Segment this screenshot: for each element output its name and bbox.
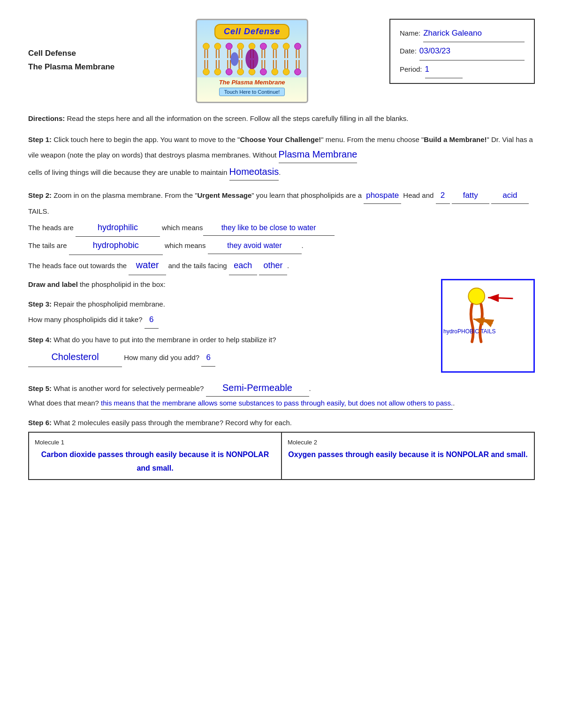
step5-label: Step 5: <box>28 384 52 392</box>
date-label: Date: <box>400 43 417 59</box>
step3-text2: How many phospholipids did it take? <box>28 315 145 323</box>
step2-ans-each: each <box>229 257 257 275</box>
period-label: Period: <box>400 61 422 77</box>
step2-ans-tails-meaning: they avoid water <box>208 238 302 254</box>
step2-text2: " you learn that phospholipids are a <box>251 191 364 199</box>
step6-block: Step 6: What 2 molecules easily pass thr… <box>28 416 535 480</box>
period-value: 1 <box>425 60 463 78</box>
svg-point-57 <box>468 288 485 305</box>
step5-text1: What is another word for selectively per… <box>52 384 205 392</box>
step4-label: Step 4: <box>28 336 52 344</box>
mol1-cell: Molecule 1 Carbon dioxide passes through… <box>29 432 282 480</box>
step6-header: Step 6: What 2 molecules easily pass thr… <box>28 416 535 429</box>
step4-text1: What do you have to put into the membran… <box>52 336 276 344</box>
step5-ans-semi: Semi-Permeable <box>206 379 309 397</box>
directions-block: Directions: Read the steps here and all … <box>28 113 535 125</box>
draw-area: Draw and label the phospholipid in the b… <box>28 277 535 373</box>
molecule-table: Molecule 1 Carbon dioxide passes through… <box>28 432 535 480</box>
svg-point-46 <box>203 68 210 75</box>
step4-block: Step 4: What do you have to put into the… <box>28 332 427 368</box>
svg-line-58 <box>488 298 513 299</box>
step2-heads-means: which means <box>160 224 203 232</box>
mol1-answer: Carbon dioxide passes through easily bec… <box>35 448 275 475</box>
svg-point-6 <box>260 43 267 50</box>
directions-label: Directions: <box>28 114 65 122</box>
svg-point-56 <box>230 52 239 66</box>
game-subtitle: The Plasma Membrane <box>219 79 285 86</box>
title-line1: Cell Defense <box>28 47 114 60</box>
step2-row-heads: The heads are hydrophilic which meansthe… <box>28 219 535 237</box>
step3-block: Step 3: Repair the phospholipid membrane… <box>28 297 427 329</box>
step2-ans2: 2 <box>436 187 450 204</box>
step2-ans-tails: hydrophobic <box>69 237 163 255</box>
step4-ans-cholesterol: Cholesterol <box>28 347 122 367</box>
step1-text1: Click touch here to begin the app. You w… <box>52 135 240 143</box>
step6-text1: What 2 molecules easily pass through the… <box>52 419 292 427</box>
directions-text: Read the steps here and all the informat… <box>65 114 408 122</box>
title-line2: The Plasma Membrane <box>28 60 114 74</box>
svg-point-49 <box>237 68 244 75</box>
step2-text4: TAILS. <box>28 207 49 215</box>
svg-point-9 <box>295 43 301 50</box>
step1-label: Step 1: <box>28 135 52 143</box>
step6-label: Step 6: <box>28 419 52 427</box>
step2-row-tails: The tails are hydrophobic which means th… <box>28 237 535 255</box>
svg-point-5 <box>249 43 255 50</box>
membrane-graphic <box>197 40 307 78</box>
svg-point-2 <box>214 43 221 50</box>
step2-bold1: Urgent Message <box>197 191 251 199</box>
step5-block: Step 5: What is another word for selecti… <box>28 379 535 410</box>
draw-instruction: Draw and label the phospholipid in the b… <box>28 277 427 292</box>
step2-ans-other: other <box>259 257 287 275</box>
step1-text2: " menu. From the menu choose " <box>321 135 424 143</box>
step1-ans2: Homeotasis <box>229 163 279 180</box>
step2-face-text2: and the tails facing <box>166 262 228 270</box>
step2-tails-text: The tails are <box>28 241 69 249</box>
step2-block: Step 2: Zoom in on the plasma membrane. … <box>28 187 535 373</box>
name-value: Zharick Galeano <box>423 24 525 42</box>
touch-btn[interactable]: Touch Here to Continue! <box>219 88 285 96</box>
svg-point-1 <box>203 43 210 50</box>
step2-ans-acid: acid <box>491 187 529 204</box>
svg-point-50 <box>249 68 255 75</box>
svg-point-47 <box>214 68 221 75</box>
svg-point-52 <box>272 68 278 75</box>
date-value: 03/03/23 <box>419 42 525 60</box>
step2-text3: Head and <box>401 191 435 199</box>
step4-text2: How many did you add? <box>122 353 201 361</box>
phospholipid-box-wrapper: HydroPHILIC HEAD hydroPHOBIC TAILS <box>441 277 535 373</box>
draw-text: Draw and label the phospholipid in the b… <box>28 277 427 367</box>
step2-ans-fatty: fatty <box>452 187 489 204</box>
game-title-bar: Cell Defense <box>214 24 289 39</box>
svg-point-51 <box>260 68 267 75</box>
step2-tails-means: which means <box>163 241 208 249</box>
svg-point-48 <box>226 68 233 75</box>
step5-ans-meaning: this means that the membrane allows some… <box>101 397 453 410</box>
mol2-answer: Oxygen passes through easily because it … <box>288 448 528 462</box>
step3-ans: 6 <box>145 311 159 329</box>
name-label: Name: <box>400 25 420 41</box>
name-row: Name: Zharick Galeano <box>400 24 525 42</box>
svg-point-8 <box>283 43 289 50</box>
period-row: Period: 1 <box>400 60 525 78</box>
svg-point-53 <box>283 68 289 75</box>
step1-bold2: Build a Membrane! <box>424 135 487 143</box>
step2-row-face: The heads face out towards the water and… <box>28 255 535 275</box>
title-block: Cell Defense The Plasma Membrane <box>28 19 114 74</box>
step1-ans1: Plasma Membrane <box>279 146 358 163</box>
header-area: Cell Defense The Plasma Membrane Cell De… <box>28 19 535 103</box>
step2-row1: Step 2: Zoom in on the plasma membrane. … <box>28 187 535 219</box>
draw-text-suffix: the phospholipid in the box: <box>78 280 166 288</box>
svg-point-3 <box>226 43 233 50</box>
step2-ans-heads: hydrophilic <box>76 219 160 237</box>
step2-ans-heads-meaning: they like to be close to water <box>203 220 335 236</box>
step2-ans-water: water <box>129 255 166 275</box>
hydrophobic-tails-text: hydroPHOBIC TAILS <box>443 328 496 335</box>
step2-ans-phospate: phospate <box>364 187 401 204</box>
step1-block: Step 1: Click touch here to begin the ap… <box>28 133 535 180</box>
mol2-cell: Molecule 2 Oxygen passes through easily … <box>282 432 534 480</box>
svg-point-4 <box>237 43 244 50</box>
step2-text1: Zoom in on the plasma membrane. From the… <box>52 191 197 199</box>
draw-label: Draw and label <box>28 280 78 288</box>
hydrophobic-label: hydroPHOBIC TAILS <box>443 326 496 338</box>
